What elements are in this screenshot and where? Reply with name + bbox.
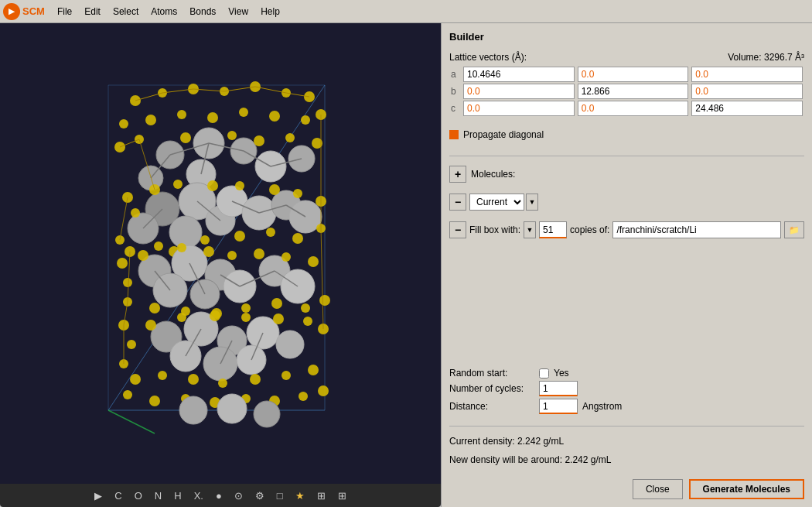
footer-buttons: Close Generate Molecules [449, 479, 804, 499]
current-dropdown[interactable]: Current [469, 194, 524, 211]
menu-help[interactable]: Help [254, 3, 286, 20]
copies-input[interactable] [539, 221, 567, 238]
add-molecule-btn[interactable]: + [449, 166, 466, 183]
svg-point-61 [207, 180, 218, 191]
menu-file[interactable]: File [51, 3, 78, 20]
svg-point-124 [308, 365, 319, 375]
svg-point-90 [281, 252, 291, 262]
svg-point-122 [250, 374, 261, 385]
svg-point-23 [207, 112, 218, 123]
main-content: ▶ C O N H X. ● ⊙ ⚙ □ ★ ⊞ ⊞ Builder Latti… [0, 23, 812, 507]
current-dropdown-container: Current ▼ [469, 194, 538, 211]
menu-select[interactable]: Select [107, 3, 145, 20]
cycles-row: Number of cycles: [449, 381, 804, 396]
toolbar-grid1-btn[interactable]: ⊞ [314, 488, 329, 503]
lattice-input-c2[interactable] [578, 101, 689, 116]
distance-input[interactable] [539, 399, 578, 414]
lattice-input-a2[interactable] [578, 67, 689, 82]
molecule-viewer[interactable] [0, 23, 441, 484]
menu-view[interactable]: View [222, 3, 254, 20]
svg-point-39 [254, 135, 264, 146]
svg-point-131 [299, 392, 308, 401]
lattice-label-b: b [449, 83, 462, 100]
lattice-input-b1[interactable] [463, 84, 575, 99]
toolbar-grid2-btn[interactable]: ⊞ [335, 488, 350, 503]
toolbar-dot-btn[interactable]: ● [213, 488, 225, 503]
svg-point-71 [234, 231, 245, 242]
options-section: Random start: Yes Number of cycles: Dist… [449, 368, 804, 416]
svg-point-63 [269, 184, 280, 195]
svg-point-104 [276, 331, 304, 358]
propagate-icon [449, 130, 459, 139]
toolbar-x-btn[interactable]: X. [191, 488, 206, 503]
molecules-row: + Molecules: [449, 166, 804, 183]
lattice-cell-a1 [462, 66, 576, 83]
random-start-row: Random start: Yes [449, 368, 804, 379]
toolbar-gear-btn[interactable]: ⚙ [252, 488, 268, 503]
remove-fill-btn[interactable]: − [449, 221, 466, 238]
svg-point-114 [273, 313, 284, 324]
distance-label: Distance: [449, 401, 534, 412]
lattice-cell-b2 [576, 83, 691, 100]
molecules-label: Molecules: [471, 169, 515, 180]
svg-point-87 [203, 246, 214, 257]
svg-point-125 [123, 390, 132, 399]
menu-atoms[interactable]: Atoms [145, 3, 183, 20]
angstrom-label: Angstrom [582, 401, 622, 412]
cycles-input[interactable] [539, 381, 578, 396]
svg-point-109 [127, 340, 136, 349]
svg-point-135 [254, 401, 280, 427]
toolbar-o-btn[interactable]: O [131, 488, 145, 503]
lattice-input-a3[interactable] [691, 67, 803, 82]
lattice-cell-c1 [462, 100, 576, 117]
scm-logo: ▶ SCM [3, 3, 45, 20]
lattice-input-c3[interactable] [691, 101, 803, 116]
lattice-cell-b3 [690, 83, 804, 100]
toolbar-c-btn[interactable]: C [111, 488, 125, 503]
toolbar-select-btn[interactable]: ▶ [91, 488, 105, 503]
current-row: − Current ▼ [449, 194, 804, 211]
lattice-input-c1[interactable] [463, 101, 575, 116]
svg-point-83 [117, 258, 128, 269]
generate-molecules-button[interactable]: Generate Molecules [689, 479, 804, 499]
svg-point-88 [227, 251, 237, 260]
svg-point-118 [130, 374, 141, 385]
random-start-checkbox[interactable] [539, 368, 549, 379]
svg-point-115 [303, 317, 312, 326]
toolbar-circle-btn[interactable]: ⊙ [231, 488, 246, 503]
toolbar-star-btn[interactable]: ★ [292, 488, 308, 503]
lattice-input-b3[interactable] [691, 84, 803, 99]
svg-point-84 [123, 278, 132, 287]
toolbar-h-btn[interactable]: H [171, 488, 184, 503]
lattice-row-c: c [449, 100, 804, 117]
menu-edit[interactable]: Edit [78, 3, 107, 20]
toolbar-n-btn[interactable]: N [152, 488, 165, 503]
toolbar-square-btn[interactable]: □ [274, 488, 286, 503]
browse-folder-btn[interactable]: 📁 [784, 221, 804, 238]
close-button[interactable]: Close [633, 479, 683, 499]
propagate-label: Propagate diagonal [463, 129, 544, 140]
svg-point-26 [301, 115, 310, 125]
svg-point-72 [266, 228, 275, 237]
svg-point-119 [158, 371, 167, 380]
builder-panel: Builder Lattice vectors (Å): Volume: 329… [441, 23, 812, 507]
path-input[interactable] [612, 221, 781, 238]
fill-box-dropdown-arrow[interactable]: ▼ [524, 221, 536, 238]
lattice-header: Lattice vectors (Å): Volume: 3296.7 Å³ [449, 52, 804, 63]
lattice-cell-a3 [690, 66, 804, 83]
svg-point-37 [180, 132, 191, 143]
lattice-cell-a2 [576, 66, 691, 83]
lattice-input-b2[interactable] [578, 84, 689, 99]
divider1 [449, 156, 804, 156]
svg-point-93 [149, 303, 160, 313]
lattice-section: Lattice vectors (Å): Volume: 3296.7 Å³ a… [449, 52, 804, 123]
menu-bonds[interactable]: Bonds [183, 3, 222, 20]
lattice-input-a1[interactable] [463, 67, 575, 82]
svg-point-111 [177, 313, 186, 322]
menubar: ▶ SCM File Edit Select Atoms Bonds View … [0, 0, 812, 23]
svg-point-70 [200, 235, 210, 245]
yes-label: Yes [554, 368, 569, 379]
svg-point-58 [131, 208, 140, 218]
remove-molecule-btn[interactable]: − [449, 194, 466, 211]
current-dropdown-arrow[interactable]: ▼ [526, 194, 538, 211]
